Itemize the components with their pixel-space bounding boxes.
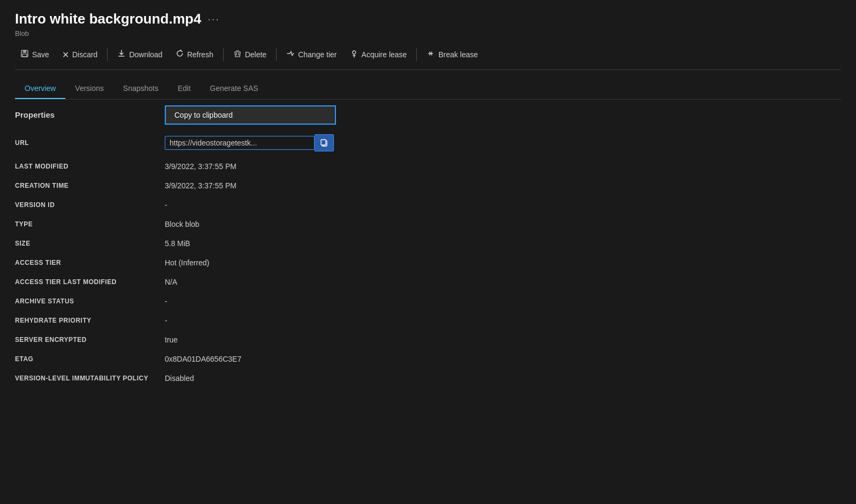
prop-value-access-tier: Hot (Inferred)	[165, 253, 841, 272]
refresh-label: Refresh	[187, 50, 213, 59]
download-icon	[117, 49, 126, 60]
save-icon	[20, 49, 29, 60]
copy-tooltip: Copy to clipboard	[165, 105, 336, 125]
prop-value-version-id: -	[165, 195, 841, 215]
prop-value-last-modified: 3/9/2022, 3:37:55 PM	[165, 157, 841, 176]
properties-section-title: Properties	[15, 110, 841, 119]
discard-button[interactable]: ✕ Discard	[57, 47, 103, 63]
delete-label: Delete	[245, 50, 266, 59]
prop-label-archive-status: ARCHIVE STATUS	[15, 292, 165, 310]
change-tier-icon	[286, 49, 295, 60]
discard-label: Discard	[72, 50, 97, 59]
prop-value-archive-status: -	[165, 292, 841, 311]
prop-value-url: Copy to clipboard https://videostoragete…	[165, 129, 841, 157]
copy-to-clipboard-button[interactable]	[315, 134, 334, 151]
prop-label-creation-time: CREATION TIME	[15, 177, 165, 195]
save-button[interactable]: Save	[15, 46, 55, 63]
svg-rect-5	[321, 140, 326, 145]
prop-label-version-id: VERSION ID	[15, 196, 165, 214]
break-lease-label: Break lease	[438, 50, 478, 59]
svg-rect-1	[23, 50, 26, 53]
page-subtitle: Blob	[15, 29, 841, 37]
tab-generate-sas[interactable]: Generate SAS	[200, 79, 268, 99]
url-input-container: https://videostoragetestk...	[165, 136, 315, 150]
toolbar: Save ✕ Discard Download Refresh	[15, 46, 841, 70]
tab-versions[interactable]: Versions	[65, 79, 113, 99]
prop-label-last-modified: LAST MODIFIED	[15, 157, 165, 175]
copy-tooltip-label: Copy to clipboard	[174, 111, 233, 119]
tab-overview[interactable]: Overview	[15, 79, 65, 99]
url-value: https://videostoragetestk...	[170, 139, 257, 147]
properties-table: URL Copy to clipboard https://videostora…	[15, 129, 841, 388]
discard-icon: ✕	[62, 50, 69, 60]
prop-value-rehydrate-priority: -	[165, 311, 841, 330]
toolbar-separator-3	[276, 48, 277, 61]
acquire-lease-label: Acquire lease	[362, 50, 407, 59]
toolbar-separator-4	[416, 48, 417, 61]
acquire-lease-button[interactable]: Acquire lease	[345, 46, 412, 63]
title-area: Intro white background.mp4 ···	[15, 11, 841, 27]
prop-value-type: Block blob	[165, 215, 841, 234]
download-button[interactable]: Download	[112, 46, 167, 63]
prop-label-server-encrypted: SERVER ENCRYPTED	[15, 331, 165, 349]
page-title: Intro white background.mp4	[15, 11, 201, 27]
download-label: Download	[129, 50, 162, 59]
tab-snapshots[interactable]: Snapshots	[113, 79, 168, 99]
prop-value-etag: 0x8DA01DA6656C3E7	[165, 349, 841, 369]
prop-label-version-level-immutability: VERSION-LEVEL IMMUTABILITY POLICY	[15, 369, 165, 387]
break-lease-icon	[426, 49, 435, 60]
prop-value-creation-time: 3/9/2022, 3:37:55 PM	[165, 176, 841, 195]
toolbar-separator-2	[223, 48, 224, 61]
prop-label-url: URL	[15, 134, 165, 152]
delete-button[interactable]: Delete	[228, 46, 272, 63]
prop-value-access-tier-last-modified: N/A	[165, 272, 841, 292]
url-wrapper: Copy to clipboard https://videostoragete…	[165, 134, 334, 151]
prop-label-size: SIZE	[15, 234, 165, 253]
ellipsis-menu-button[interactable]: ···	[208, 13, 220, 25]
prop-label-type: TYPE	[15, 215, 165, 233]
prop-value-server-encrypted: true	[165, 330, 841, 349]
change-tier-label: Change tier	[298, 50, 337, 59]
acquire-lease-icon	[350, 49, 358, 60]
prop-value-version-level-immutability: Disabled	[165, 369, 841, 388]
delete-icon	[233, 49, 242, 60]
prop-label-access-tier-last-modified: ACCESS TIER LAST MODIFIED	[15, 273, 165, 291]
url-row: https://videostoragetestk...	[165, 134, 334, 151]
svg-point-3	[353, 51, 356, 54]
tab-edit[interactable]: Edit	[168, 79, 200, 99]
prop-label-rehydrate-priority: REHYDRATE PRIORITY	[15, 311, 165, 330]
refresh-icon	[175, 49, 184, 60]
svg-rect-2	[22, 54, 27, 57]
prop-label-access-tier: ACCESS TIER	[15, 254, 165, 272]
content-area: Properties URL Copy to clipboard https:/…	[15, 100, 841, 388]
change-tier-button[interactable]: Change tier	[281, 46, 342, 63]
prop-value-size: 5.8 MiB	[165, 234, 841, 253]
save-label: Save	[32, 50, 49, 59]
break-lease-button[interactable]: Break lease	[421, 46, 483, 63]
page-container: Intro white background.mp4 ··· Blob Save…	[0, 0, 856, 399]
refresh-button[interactable]: Refresh	[170, 46, 219, 63]
toolbar-separator-1	[107, 48, 108, 61]
tabs-bar: Overview Versions Snapshots Edit Generat…	[15, 79, 841, 100]
prop-label-etag: ETAG	[15, 350, 165, 368]
